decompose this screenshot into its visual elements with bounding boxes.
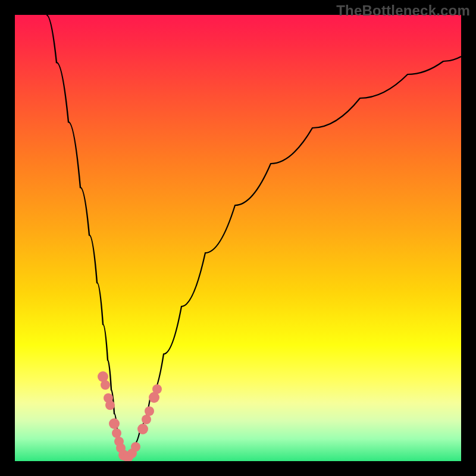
curve-left-branch — [46, 15, 126, 461]
highlight-marker — [98, 371, 108, 382]
chart-svg — [15, 15, 461, 461]
highlight-marker — [142, 415, 151, 424]
highlight-marker — [112, 428, 121, 438]
curve-right-path — [126, 57, 461, 461]
highlight-marker — [145, 406, 154, 416]
curve-left-path — [46, 15, 126, 461]
highlight-marker — [131, 442, 140, 452]
watermark-text: TheBottleneck.com — [336, 2, 470, 19]
highlight-marker — [137, 424, 148, 434]
chart-frame: TheBottleneck.com — [0, 0, 476, 476]
highlight-marker — [105, 400, 115, 410]
chart-plot-area — [15, 15, 461, 461]
highlight-marker — [109, 418, 120, 429]
curve-right-branch — [126, 57, 461, 461]
highlight-marker — [152, 384, 162, 394]
highlight-marker — [101, 380, 110, 390]
highlight-markers — [98, 371, 162, 461]
